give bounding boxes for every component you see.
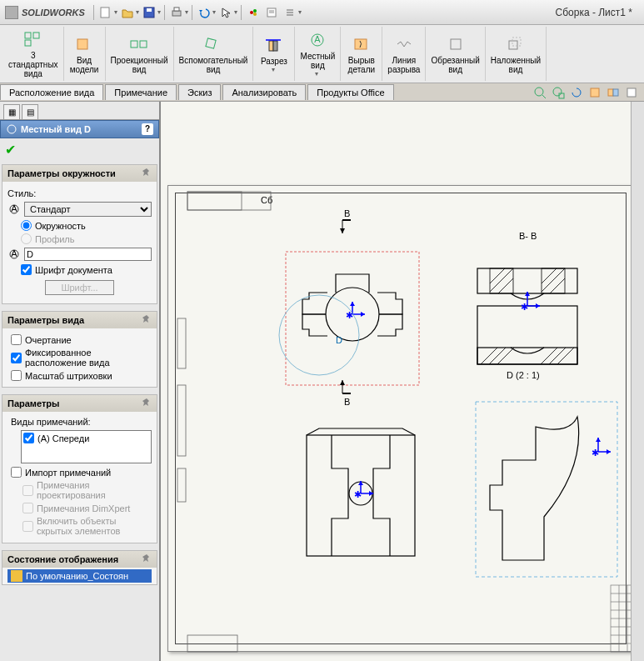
svg-rect-36 [613, 89, 618, 96]
pin-icon[interactable] [142, 553, 152, 565]
svg-text:✱: ✱ [592, 448, 599, 458]
pin-icon[interactable] [142, 398, 152, 409]
detail-view-bbox [476, 402, 617, 577]
display-state-icon [11, 570, 22, 582]
ribbon-auxiliary-view[interactable]: Вспомогательный вид [174, 27, 254, 81]
section-params[interactable]: Параметры [2, 395, 157, 412]
panel-tab-property[interactable]: ▤ [22, 104, 38, 119]
print-button[interactable] [168, 4, 185, 21]
check-dimxpert[interactable] [22, 503, 33, 513]
tab-office[interactable]: Продукты Office [307, 84, 393, 100]
origin-marker-2: ✱ [521, 292, 540, 312]
svg-rect-4 [174, 8, 179, 11]
detail-name-input[interactable] [24, 248, 152, 261]
tab-evaluate[interactable]: Анализировать [222, 84, 306, 100]
svg-line-65 [550, 278, 565, 293]
svg-rect-85 [177, 385, 186, 456]
pin-icon[interactable] [142, 314, 152, 326]
svg-rect-44 [187, 192, 242, 210]
options-button[interactable] [263, 4, 280, 21]
ribbon-3-standard-views[interactable]: 3 стандартных вида [3, 27, 64, 81]
font-button[interactable]: Шрифт... [45, 280, 113, 295]
svg-rect-0 [101, 8, 109, 18]
view-label-d: D (2 : 1) [507, 370, 540, 380]
panel-title: Местный вид D [21, 124, 91, 134]
svg-rect-2 [147, 8, 152, 12]
svg-text:✱: ✱ [354, 489, 362, 499]
tab-sketch[interactable]: Эскиз [178, 84, 221, 100]
style-icon: A [7, 203, 21, 216]
check-import-annot[interactable] [11, 467, 22, 478]
check-doc-font[interactable] [21, 264, 32, 275]
ribbon-alternate-position[interactable]: Наложенный вид [486, 27, 547, 81]
ribbon-break-line[interactable]: Линия разрыва [382, 27, 426, 81]
detail-view-icon [6, 123, 17, 135]
check-front-view[interactable] [23, 433, 34, 443]
ribbon-model-view[interactable]: Вид модели [64, 27, 106, 81]
svg-line-61 [498, 278, 513, 293]
ok-button[interactable]: ✔ [5, 143, 16, 157]
svg-line-68 [489, 348, 506, 364]
rebuild-button[interactable] [245, 4, 262, 21]
hide-show-icon[interactable] [606, 85, 621, 100]
svg-rect-37 [627, 88, 636, 97]
display-state-item[interactable]: По умолчанию_Состоян [7, 569, 152, 583]
ribbon-crop-view[interactable]: Обрезанный вид [426, 27, 485, 81]
svg-rect-3 [172, 11, 181, 16]
ribbon-projected-view[interactable]: Проекционный вид [106, 27, 174, 81]
check-hatch-scale[interactable] [11, 370, 22, 381]
apply-scene-icon[interactable] [624, 85, 639, 100]
ribbon-broken-out[interactable]: Вырыв детали [341, 27, 382, 81]
section-circle-params[interactable]: Параметры окружности [2, 165, 157, 182]
check-fixed-pos[interactable] [11, 353, 22, 363]
radio-profile[interactable] [21, 233, 32, 244]
title-block-text: Сб [261, 195, 272, 205]
svg-point-32 [553, 88, 562, 96]
radio-circle[interactable] [21, 220, 32, 231]
svg-line-60 [490, 268, 505, 283]
svg-text:A: A [315, 34, 322, 44]
svg-rect-22 [273, 41, 277, 51]
ribbon-detail-view[interactable]: A Местный вид ▾ [295, 27, 341, 81]
display-style-icon[interactable] [587, 85, 602, 100]
tab-annotation[interactable]: Примечание [105, 84, 177, 100]
check-outline[interactable] [11, 334, 22, 345]
help-button[interactable]: ? [142, 123, 153, 135]
svg-rect-84 [177, 318, 186, 368]
list-button[interactable] [282, 4, 298, 21]
check-hidden-obj[interactable] [22, 521, 33, 532]
annotation-views-list[interactable]: (A) Спереди [21, 430, 152, 463]
style-select[interactable]: Стандарт [24, 202, 152, 217]
save-button[interactable] [141, 4, 157, 21]
drawing-canvas[interactable]: Сб B B [160, 102, 644, 661]
ribbon-section[interactable]: Разрез ▾ [253, 27, 295, 81]
svg-rect-15 [33, 33, 39, 38]
check-design-annot[interactable] [22, 485, 33, 496]
origin-marker-1: ✱ [346, 302, 365, 320]
svg-point-6 [253, 9, 257, 13]
zoom-area-icon[interactable] [551, 85, 566, 100]
svg-line-71 [549, 348, 566, 364]
document-title: Сборка - Лист1 * [556, 7, 633, 18]
section-display-state[interactable]: Состояние отображения [2, 551, 157, 568]
new-button[interactable] [97, 4, 114, 21]
panel-tab-feature-tree[interactable]: ▦ [3, 104, 20, 119]
svg-rect-56 [477, 306, 577, 364]
select-button[interactable] [217, 4, 234, 21]
app-logo: SOLIDWORKS [5, 6, 85, 19]
open-button[interactable] [119, 4, 136, 21]
detail-circle [279, 295, 359, 375]
app-name: SOLIDWORKS [22, 8, 85, 18]
undo-button[interactable] [196, 4, 212, 21]
style-label: Стиль: [7, 188, 36, 198]
quick-access-toolbar: ▾ ▾ ▾ ▾ ▾ ▾ ▾ [92, 4, 302, 21]
pin-icon[interactable] [142, 168, 152, 179]
zoom-fit-icon[interactable] [532, 85, 547, 100]
vertical-scrollbar[interactable] [631, 102, 644, 661]
tab-view-layout[interactable]: Расположение вида [0, 84, 103, 100]
rotate-icon[interactable] [569, 85, 584, 100]
svg-line-64 [542, 268, 557, 283]
svg-rect-21 [269, 41, 273, 51]
svg-rect-43 [187, 192, 271, 210]
section-view-params[interactable]: Параметры вида [2, 312, 157, 328]
